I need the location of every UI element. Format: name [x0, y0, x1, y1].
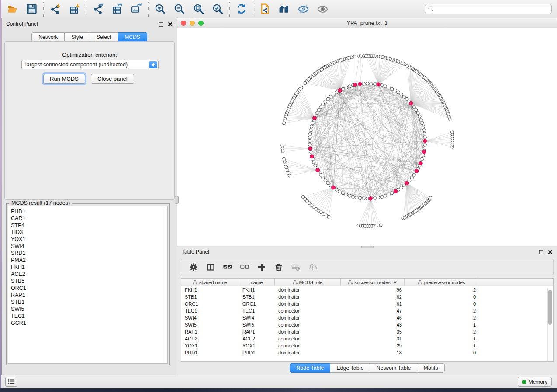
mcds-result-item[interactable]: SWI5 [11, 306, 167, 313]
mcds-result-item[interactable]: ACE2 [11, 271, 167, 278]
table-scrollbar-thumb[interactable] [548, 290, 552, 325]
cell-successor-nodes: 61 [341, 301, 405, 306]
float-table-panel-icon[interactable] [539, 250, 543, 254]
network-from-selection-icon[interactable] [258, 2, 272, 16]
task-history-button[interactable] [5, 377, 17, 387]
add-row-icon[interactable] [257, 262, 266, 272]
delete-table-icon[interactable] [291, 262, 301, 272]
find-network-icon[interactable] [277, 2, 291, 16]
network-graph[interactable] [177, 28, 557, 246]
toolbar-separator [253, 2, 253, 17]
close-window-button[interactable] [181, 21, 186, 26]
maximize-window-button[interactable] [198, 21, 204, 26]
function-builder-icon[interactable]: f(x) [308, 262, 318, 272]
show-graphics-details-icon[interactable] [316, 2, 329, 16]
panel-splitter-handle[interactable] [175, 196, 179, 204]
import-network-icon[interactable] [48, 2, 62, 16]
table-row[interactable]: SWI4SWI4dominator462 [181, 314, 553, 321]
minimize-window-button[interactable] [190, 21, 195, 26]
mcds-result-item[interactable]: TEC1 [11, 313, 167, 320]
run-mcds-button[interactable]: Run MCDS [43, 74, 85, 84]
mcds-result-item[interactable]: TID3 [11, 229, 167, 236]
tab-select[interactable]: Select [90, 32, 118, 41]
tab-motifs[interactable]: Motifs [417, 363, 444, 373]
close-panel-button[interactable]: Close panel [91, 74, 134, 84]
criterion-dropdown[interactable]: largest connected component (undirected) [21, 60, 159, 69]
tab-edge-table[interactable]: Edge Table [330, 363, 370, 373]
mcds-result-item[interactable]: STB5 [11, 278, 167, 285]
search-box[interactable] [425, 4, 552, 14]
mcds-result-list[interactable]: PHD1CAR1STP4TID3YOX1SWI4SRD1PMA2FKH1ACE2… [8, 206, 168, 364]
mcds-result-item[interactable]: SRD1 [11, 250, 167, 257]
table-row[interactable]: TEC1TEC1connector472 [181, 307, 553, 314]
mcds-tab-content: Optimization criterion: largest connecte… [4, 41, 175, 200]
mcds-result-item[interactable]: YOX1 [11, 236, 167, 243]
hide-graphics-details-icon[interactable] [297, 2, 310, 16]
export-image-icon[interactable] [130, 2, 143, 16]
cell-successor-nodes: 43 [341, 322, 405, 327]
search-input[interactable] [436, 6, 548, 12]
memory-button[interactable]: Memory [518, 377, 552, 387]
mcds-result-item[interactable]: STB1 [11, 299, 167, 306]
table-scrollbar[interactable] [547, 288, 552, 361]
mcds-result-item[interactable]: PHD1 [11, 208, 167, 215]
import-table-icon[interactable] [68, 2, 81, 16]
table-row[interactable]: PHD1PHD1dominator180 [181, 349, 553, 356]
table-toolbar: f(x) [181, 259, 554, 275]
zoom-fit-icon[interactable] [192, 2, 205, 16]
attributes-gear-icon[interactable] [189, 262, 198, 272]
deselect-all-icon[interactable] [240, 262, 249, 272]
tab-mcds[interactable]: MCDS [118, 32, 147, 41]
close-table-panel-icon[interactable] [548, 250, 553, 254]
delete-row-icon[interactable] [274, 262, 284, 272]
export-table-icon[interactable] [111, 2, 124, 16]
main-toolbar [1, 0, 557, 18]
table-row[interactable]: RAP1RAP1dominator352 [181, 328, 553, 335]
table-row[interactable]: FKH1FKH1dominator962 [181, 286, 553, 293]
table-row[interactable]: YOX1YOX1connector291 [181, 342, 553, 349]
column-header-shared-name[interactable]: shared name [181, 279, 239, 286]
mcds-result-item[interactable]: CAR1 [11, 215, 167, 222]
table-row[interactable]: ACE2ACE2connector311 [181, 335, 553, 342]
mcds-result-item[interactable]: FKH1 [11, 264, 167, 271]
mcds-list-scrollbar[interactable] [163, 206, 167, 363]
mcds-result-item[interactable]: ORC1 [11, 285, 167, 292]
sort-descending-icon [393, 281, 397, 284]
cell-successor-nodes: 96 [341, 287, 405, 292]
column-header-name[interactable]: name [239, 279, 275, 286]
cell-name: ORC1 [239, 301, 275, 306]
zoom-out-icon[interactable] [173, 2, 186, 16]
export-network-icon[interactable] [91, 2, 105, 16]
mcds-result-item[interactable]: STP4 [11, 222, 167, 229]
open-session-icon[interactable] [6, 2, 19, 16]
zoom-in-icon[interactable] [153, 2, 167, 16]
mcds-result-item[interactable]: PMA2 [11, 257, 167, 264]
cell-successor-nodes: 47 [341, 308, 405, 313]
column-layout-icon[interactable] [206, 262, 215, 272]
table-panel-splitter-handle[interactable] [361, 246, 374, 248]
network-window-titlebar[interactable]: YPA_prune.txt_1 [177, 18, 557, 28]
tab-network-table[interactable]: Network Table [370, 363, 418, 373]
zoom-selected-icon[interactable] [211, 2, 225, 16]
mcds-result-item[interactable]: RAP1 [11, 292, 167, 299]
refresh-layout-icon[interactable] [235, 2, 248, 16]
close-panel-icon[interactable] [168, 22, 173, 27]
tab-style[interactable]: Style [65, 32, 90, 41]
float-panel-icon[interactable] [159, 22, 163, 27]
mcds-result-item[interactable]: GCR1 [11, 320, 167, 327]
node-table[interactable]: shared namenameMCDS rolesuccessor nodesp… [181, 278, 554, 362]
table-row[interactable]: STB1STB1dominator620 [181, 293, 553, 300]
tab-network[interactable]: Network [31, 32, 65, 41]
column-header-MCDS-role[interactable]: MCDS role [275, 279, 341, 286]
save-session-icon[interactable] [25, 2, 38, 16]
table-row[interactable]: SWI5SWI5connector431 [181, 321, 553, 328]
column-header-predecessor-nodes[interactable]: predecessor nodes [405, 279, 478, 286]
column-header-successor-nodes[interactable]: successor nodes [341, 279, 405, 286]
select-all-icon[interactable] [223, 262, 232, 272]
table-row[interactable]: ORC1ORC1dominator610 [181, 300, 553, 307]
mcds-result-item[interactable]: SWI4 [11, 243, 167, 250]
cell-shared-name: ORC1 [181, 301, 239, 306]
cell-name: PHD1 [239, 350, 275, 355]
network-canvas[interactable] [177, 28, 557, 246]
tab-node-table[interactable]: Node Table [290, 363, 330, 373]
